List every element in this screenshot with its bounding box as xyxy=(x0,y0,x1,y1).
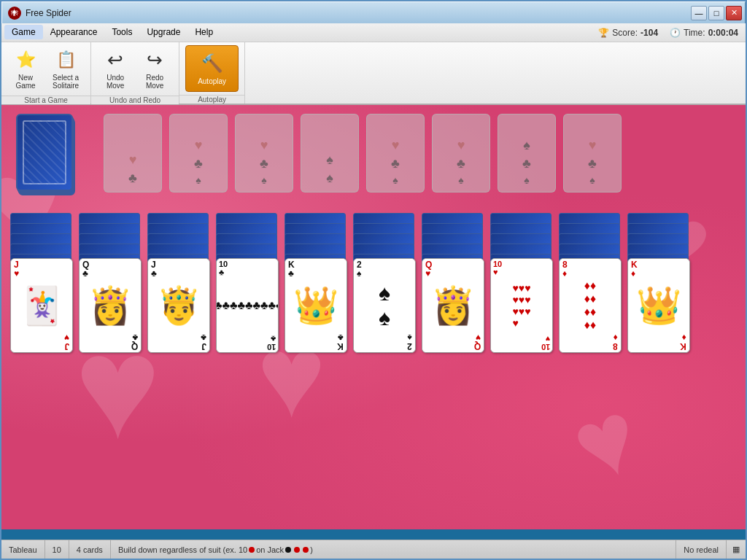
foundation-spade2-7: ♠ xyxy=(524,174,529,186)
foundation-suit-top-3: ♥ xyxy=(260,138,268,153)
status-redeal: No redeal xyxy=(676,540,727,559)
foundation-suit-bot-2: ♣ xyxy=(194,156,203,171)
tableau-col-3: J♣ 🤴 J♣ xyxy=(147,213,210,359)
menu-help[interactable]: Help xyxy=(187,25,220,39)
titlebar: 🕷 Free Spider — □ ✕ xyxy=(1,1,746,23)
redo-label: RedoMove xyxy=(146,74,163,90)
card-j-hearts[interactable]: J♥ 🃏 J♥ xyxy=(10,258,73,353)
tableau-col-2: Q♣ 👸 Q♣ xyxy=(79,213,142,359)
foundation-club-8: ♣ xyxy=(588,156,597,171)
foundation-club-6: ♣ xyxy=(457,156,465,171)
ribbon-group-undo: ↩ UndoMove ↪ RedoMove Undo and Redo xyxy=(91,42,179,104)
card-10-hearts[interactable]: 10♥ ♥♥♥♥♥♥♥♥♥♥ 10♥ xyxy=(490,258,553,353)
close-button[interactable]: ✕ xyxy=(726,6,742,20)
foundation-suit-bot-1: ♣ xyxy=(128,171,137,186)
foundation-4[interactable]: ♠ ♠ xyxy=(301,114,359,192)
foundation-spade-4: ♠ xyxy=(326,152,333,168)
time-display: 🕐 Time: 0:00:04 xyxy=(670,28,738,38)
redo-icon: ↪ xyxy=(143,48,166,71)
tableau-col-7: Q♥ 👸 Q♥ xyxy=(422,213,484,359)
grid-icon: ▦ xyxy=(732,545,740,554)
foundation-spade-2: ♠ xyxy=(196,174,201,186)
foundation-spade-3: ♠ xyxy=(261,174,266,186)
tableau-col-10: K♦ 👑 K♦ xyxy=(627,213,690,359)
titlebar-left: 🕷 Free Spider xyxy=(2,7,71,20)
status-dot-black xyxy=(285,547,291,553)
foundation-spade-5: ♠ xyxy=(392,174,398,186)
score-label: Score: xyxy=(612,28,638,38)
ribbon-group-start: ⭐ NewGame 📋 Select aSolitaire Start a Ga… xyxy=(1,42,91,104)
foundation-suit-top-1: ♥ xyxy=(129,152,137,168)
undo-icon: ↩ xyxy=(104,48,127,71)
menu-appearance[interactable]: Appearance xyxy=(43,25,105,39)
foundation-2[interactable]: ♥ ♣ ♠ xyxy=(169,114,228,192)
foundation-5[interactable]: ♥ ♣ ♠ xyxy=(366,114,425,192)
foundation-heart-6: ♥ xyxy=(457,138,465,153)
tableau-col-9: 8♦ ♦♦♦♦♦♦♦♦ 8♦ xyxy=(559,213,622,359)
foundation-1[interactable]: ♥ ♣ xyxy=(104,114,162,192)
foundation-club-7: ♣ xyxy=(522,156,531,171)
menu-game[interactable]: Game xyxy=(4,25,43,39)
status-cards-value: 4 cards xyxy=(77,545,103,554)
autoplay-button[interactable]: 🔨 Autoplay xyxy=(185,45,239,92)
tableau-col-8: 10♥ ♥♥♥♥♥♥♥♥♥♥ 10♥ xyxy=(490,213,553,359)
score-icon: 🏆 xyxy=(598,28,609,38)
group-label-autoplay: Autoplay xyxy=(179,95,244,104)
card-2-spades[interactable]: 2♠ ♠♠ 2♠ xyxy=(353,258,416,353)
foundation-spade-6: ♠ xyxy=(458,174,463,186)
foundation-club-5: ♣ xyxy=(391,156,400,171)
card-k-diamonds[interactable]: K♦ 👑 K♦ xyxy=(627,258,690,353)
tableau: J♥ 🃏 J♥ Q♣ 👸 Q♣ xyxy=(10,213,690,359)
window-title: Free Spider xyxy=(26,8,71,18)
foundation-3[interactable]: ♥ ♣ ♠ xyxy=(235,114,293,192)
menu-tools[interactable]: Tools xyxy=(104,25,139,39)
status-redeal-label: No redeal xyxy=(684,545,719,554)
status-count: 10 xyxy=(45,540,69,559)
new-game-button[interactable]: ⭐ NewGame xyxy=(7,45,44,93)
card-k-clubs[interactable]: K♣ 👑 K♣ xyxy=(285,258,347,353)
tableau-col-5: K♣ 👑 K♣ xyxy=(285,213,347,359)
foundation-spade2-4: ♠ xyxy=(326,171,333,186)
card-q-hearts[interactable]: Q♥ 👸 Q♥ xyxy=(422,258,484,353)
card-10-clubs[interactable]: 10♣ ♣♣♣♣♣♣♣♣♣♣ 10♣ xyxy=(216,258,279,353)
ribbon-group-autoplay: 🔨 Autoplay Autoplay xyxy=(179,42,245,104)
foundation-spade-8: ♠ xyxy=(589,174,595,186)
status-close-paren: ) xyxy=(310,545,313,554)
ribbon-toolbar: ⭐ NewGame 📋 Select aSolitaire Start a Ga… xyxy=(1,42,746,105)
minimize-button[interactable]: — xyxy=(691,6,707,20)
autoplay-label: Autoplay xyxy=(198,77,226,85)
card-8-diamonds[interactable]: 8♦ ♦♦♦♦♦♦♦♦ 8♦ xyxy=(559,258,622,353)
status-cards: 4 cards xyxy=(69,540,111,559)
time-value: 0:00:04 xyxy=(708,28,738,38)
group-label-undo: Undo and Redo xyxy=(91,96,179,104)
score-display: 🏆 Score: -104 xyxy=(598,28,658,38)
menu-upgrade[interactable]: Upgrade xyxy=(139,25,187,39)
group-label-start: Start a Game xyxy=(1,96,90,104)
undo-button[interactable]: ↩ UndoMove xyxy=(97,45,133,93)
tableau-col-1: J♥ 🃏 J♥ xyxy=(10,213,73,359)
menubar: Game Appearance Tools Upgrade Help xyxy=(1,23,598,42)
game-area: ♥ ♥ ♥ ♥ ♥ ♥ ♣ ♥ ♣ xyxy=(1,105,746,529)
status-count-value: 10 xyxy=(53,545,61,554)
tableau-col-6: 2♠ ♠♠ 2♠ xyxy=(353,213,416,359)
select-solitaire-button[interactable]: 📋 Select aSolitaire xyxy=(47,45,85,93)
redo-button[interactable]: ↪ RedoMove xyxy=(136,45,173,93)
deco-heart-4: ♥ xyxy=(557,376,655,508)
new-game-icon: ⭐ xyxy=(14,48,37,71)
select-label: Select aSolitaire xyxy=(53,74,79,90)
select-icon: 📋 xyxy=(54,48,77,71)
stock-pile[interactable] xyxy=(16,114,76,194)
autoplay-icon: 🔨 xyxy=(201,52,224,75)
time-icon: 🕐 xyxy=(670,28,681,38)
status-mode: Tableau xyxy=(1,540,45,559)
card-j-clubs[interactable]: J♣ 🤴 J♣ xyxy=(147,258,210,353)
foundation-6[interactable]: ♥ ♣ ♠ xyxy=(432,114,490,192)
card-q-clubs[interactable]: Q♣ 👸 Q♣ xyxy=(79,258,142,353)
status-rule-text: Build down regardless of suit (ex. 10 xyxy=(118,545,247,554)
foundation-8[interactable]: ♥ ♣ ♠ xyxy=(563,114,622,192)
status-on: on Jack xyxy=(256,545,284,554)
foundation-suit-top-2: ♥ xyxy=(195,138,203,153)
foundation-heart-5: ♥ xyxy=(392,138,400,153)
foundation-7[interactable]: ♠ ♣ ♠ xyxy=(498,114,556,192)
maximize-button[interactable]: □ xyxy=(708,6,724,20)
